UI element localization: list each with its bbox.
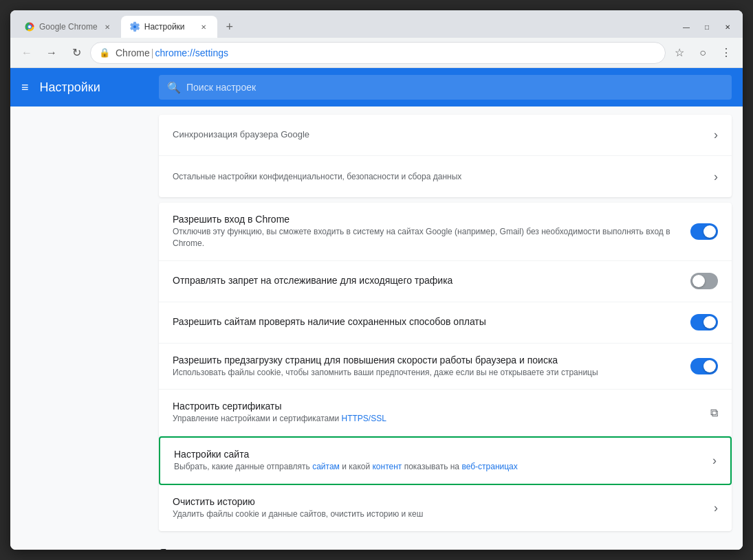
site-settings-item-desc: Выбрать, какие данные отправлять сайтам … <box>174 461 701 473</box>
signin-section: Разрешить вход в Chrome Отключив эту фун… <box>159 203 732 531</box>
privacy-item-content: Остальные настройки конфиденциальности, … <box>173 171 714 183</box>
preload-toggle-knob <box>703 360 716 372</box>
preload-toggle[interactable] <box>690 358 718 374</box>
profile-button[interactable]: ○ <box>692 42 714 64</box>
url-domain: Chrome <box>116 47 150 58</box>
payment-item: Разрешить сайтам проверять наличие сохра… <box>159 302 732 344</box>
reload-button[interactable]: ↻ <box>65 42 87 64</box>
sync-item-content: Синхронизация браузера Google <box>173 129 714 141</box>
clear-history-item-content: Очистить историю Удалить файлы cookie и … <box>173 496 714 520</box>
search-icon: 🔍 <box>167 81 181 94</box>
sync-item-title: Синхронизация браузера Google <box>173 129 703 139</box>
preload-item: Разрешить предзагрузку страниц для повыш… <box>159 344 732 390</box>
webpages-link[interactable]: веб-страницах <box>461 462 517 471</box>
sidebar: ≡ Настройки <box>10 68 148 550</box>
languages-section: Языки Язык русский ∨ <box>159 537 732 550</box>
browser-window: Google Chrome ✕ Настройки ✕ + — □ ✕ ← → … <box>10 10 743 550</box>
sidebar-header: ≡ Настройки <box>10 68 148 107</box>
bookmark-button[interactable]: ☆ <box>668 42 690 64</box>
tab-settings-close[interactable]: ✕ <box>198 21 209 32</box>
privacy-item-desc: Остальные настройки конфиденциальности, … <box>173 171 703 183</box>
tab-settings[interactable]: Настройки ✕ <box>121 16 217 38</box>
close-button[interactable]: ✕ <box>718 20 737 34</box>
minimize-button[interactable]: — <box>677 20 696 34</box>
dnt-toggle-knob <box>692 275 705 287</box>
clear-history-item-title: Очистить историю <box>173 496 703 507</box>
dnt-item-content: Отправлять запрет на отслеживание для ис… <box>173 275 690 287</box>
sidebar-title: Настройки <box>40 80 100 95</box>
clear-history-arrow-icon: › <box>714 501 718 515</box>
url-display: Chrome | chrome://settings <box>116 47 228 58</box>
dnt-toggle[interactable] <box>690 273 718 289</box>
payment-toggle-knob <box>703 316 716 328</box>
settings-sync-section: Синхронизация браузера Google › Остальны… <box>159 115 732 197</box>
svg-point-1 <box>28 25 31 28</box>
privacy-arrow-icon: › <box>714 170 718 184</box>
signin-item: Разрешить вход в Chrome Отключив эту фун… <box>159 203 732 261</box>
main-content: ≡ Настройки 🔍 Поиск настроек Синхрони <box>10 68 743 550</box>
search-placeholder: Поиск настроек <box>186 82 256 93</box>
preload-item-content: Разрешить предзагрузку страниц для повыш… <box>173 355 690 379</box>
clear-history-item[interactable]: Очистить историю Удалить файлы cookie и … <box>159 485 732 531</box>
tab-settings-label: Настройки <box>144 22 185 32</box>
certificates-item-title: Настроить сертификаты <box>173 401 699 412</box>
payment-toggle[interactable] <box>690 314 718 331</box>
preload-item-desc: Использовать файлы cookie, чтобы запомни… <box>173 367 679 379</box>
menu-button[interactable]: ⋮ <box>715 42 737 64</box>
secure-icon: 🔒 <box>99 47 110 58</box>
signin-item-desc: Отключив эту функцию, вы сможете входить… <box>173 226 679 249</box>
address-bar[interactable]: 🔒 Chrome | chrome://settings <box>90 42 666 64</box>
certificates-item-desc: Управление настройками и сертификатами H… <box>173 413 699 425</box>
hamburger-icon[interactable]: ≡ <box>21 80 29 95</box>
nav-actions: ☆ ○ ⋮ <box>668 42 737 64</box>
forward-button[interactable]: → <box>41 42 63 64</box>
languages-title: Языки <box>159 537 732 550</box>
tab-google-chrome-close[interactable]: ✕ <box>102 21 113 32</box>
new-tab-button[interactable]: + <box>220 17 239 36</box>
payment-item-content: Разрешить сайтам проверять наличие сохра… <box>173 316 690 328</box>
payment-item-title: Разрешить сайтам проверять наличие сохра… <box>173 316 679 327</box>
sites-link[interactable]: сайтам <box>312 462 340 471</box>
site-settings-arrow-icon: › <box>712 453 717 468</box>
sync-item[interactable]: Синхронизация браузера Google › <box>159 115 732 156</box>
certificates-item[interactable]: Настроить сертификаты Управление настрой… <box>159 390 732 436</box>
clear-history-item-desc: Удалить файлы cookie и данные сайтов, оч… <box>173 508 703 520</box>
content-area: 🔍 Поиск настроек Синхронизация браузера … <box>148 68 743 550</box>
dnt-item: Отправлять запрет на отслеживание для ис… <box>159 261 732 302</box>
gear-icon <box>129 21 140 32</box>
dnt-item-title: Отправлять запрет на отслеживание для ис… <box>173 275 679 286</box>
signin-item-title: Разрешить вход в Chrome <box>173 214 679 225</box>
site-settings-item[interactable]: Настройки сайта Выбрать, какие данные от… <box>159 436 732 485</box>
preload-item-title: Разрешить предзагрузку страниц для повыш… <box>173 355 679 366</box>
url-path: chrome://settings <box>155 47 228 58</box>
privacy-item[interactable]: Остальные настройки конфиденциальности, … <box>159 156 732 197</box>
back-button[interactable]: ← <box>16 42 38 64</box>
signin-toggle-knob <box>703 225 716 238</box>
chrome-logo-icon <box>24 21 35 32</box>
site-settings-item-title: Настройки сайта <box>174 449 701 460</box>
signin-toggle[interactable] <box>690 223 718 240</box>
content-header: 🔍 Поиск настроек <box>148 68 743 107</box>
external-link-icon: ⧉ <box>710 407 718 419</box>
window-controls: — □ ✕ <box>677 20 737 34</box>
title-bar: Google Chrome ✕ Настройки ✕ + — □ ✕ <box>10 10 743 38</box>
url-separator: | <box>151 47 154 58</box>
settings-content[interactable]: Синхронизация браузера Google › Остальны… <box>148 107 743 550</box>
tab-google-chrome[interactable]: Google Chrome ✕ <box>16 16 121 38</box>
https-ssl-link[interactable]: HTTPS/SSL <box>342 414 386 423</box>
search-box[interactable]: 🔍 Поиск настроек <box>159 75 732 100</box>
site-settings-item-content: Настройки сайта Выбрать, какие данные от… <box>174 449 712 473</box>
nav-bar: ← → ↻ 🔒 Chrome | chrome://settings ☆ ○ ⋮ <box>10 38 743 68</box>
sync-arrow-icon: › <box>714 128 718 142</box>
tab-google-chrome-label: Google Chrome <box>39 22 98 32</box>
content-link[interactable]: контент <box>372 462 402 471</box>
maximize-button[interactable]: □ <box>697 20 717 34</box>
signin-item-content: Разрешить вход в Chrome Отключив эту фун… <box>173 214 690 249</box>
certificates-item-content: Настроить сертификаты Управление настрой… <box>173 401 710 425</box>
